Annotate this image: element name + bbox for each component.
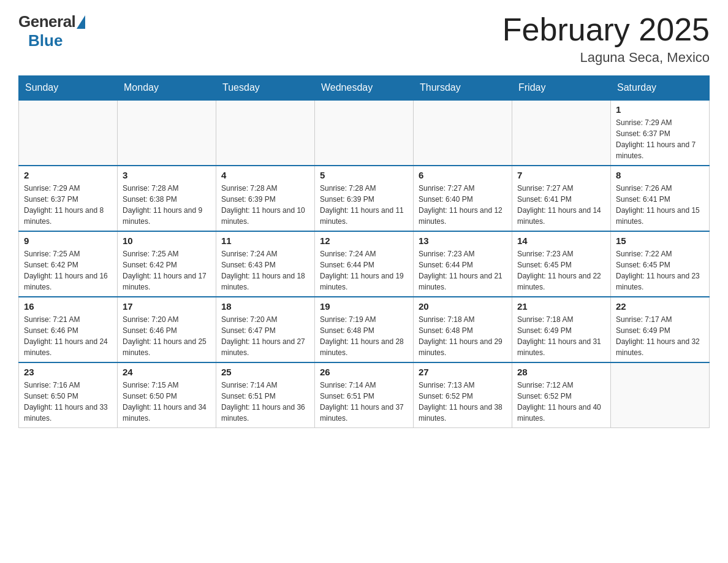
day-number: 26 — [320, 367, 408, 377]
day-number: 22 — [616, 301, 704, 312]
calendar-cell: 23Sunrise: 7:16 AMSunset: 6:50 PMDayligh… — [19, 362, 118, 428]
day-info: Sunrise: 7:29 AMSunset: 6:37 PMDaylight:… — [616, 117, 704, 161]
day-info: Sunrise: 7:25 AMSunset: 6:42 PMDaylight:… — [24, 248, 112, 293]
day-number: 2 — [24, 170, 112, 180]
day-number: 9 — [24, 236, 112, 246]
day-info: Sunrise: 7:17 AMSunset: 6:49 PMDaylight:… — [616, 314, 704, 358]
day-number: 17 — [123, 301, 211, 312]
calendar-cell: 8Sunrise: 7:26 AMSunset: 6:41 PMDaylight… — [611, 166, 710, 231]
day-number: 18 — [221, 301, 309, 312]
page-header: General Blue February 2025 Laguna Seca, … — [18, 12, 710, 66]
logo-general-text: General — [18, 12, 75, 31]
day-info: Sunrise: 7:22 AMSunset: 6:45 PMDaylight:… — [616, 248, 704, 293]
calendar-title: February 2025 — [502, 12, 710, 47]
day-info: Sunrise: 7:23 AMSunset: 6:45 PMDaylight:… — [517, 248, 605, 293]
calendar-week-row: 1Sunrise: 7:29 AMSunset: 6:37 PMDaylight… — [19, 100, 710, 166]
calendar-week-row: 2Sunrise: 7:29 AMSunset: 6:37 PMDaylight… — [19, 166, 710, 231]
calendar-cell — [118, 100, 216, 166]
calendar-cell: 22Sunrise: 7:17 AMSunset: 6:49 PMDayligh… — [611, 297, 710, 362]
calendar-header-thursday: Thursday — [414, 76, 512, 101]
calendar-table: SundayMondayTuesdayWednesdayThursdayFrid… — [18, 75, 710, 428]
calendar-week-row: 16Sunrise: 7:21 AMSunset: 6:46 PMDayligh… — [19, 297, 710, 362]
day-number: 19 — [320, 301, 408, 312]
day-info: Sunrise: 7:25 AMSunset: 6:42 PMDaylight:… — [123, 248, 211, 293]
calendar-cell: 20Sunrise: 7:18 AMSunset: 6:48 PMDayligh… — [414, 297, 512, 362]
calendar-cell: 6Sunrise: 7:27 AMSunset: 6:40 PMDaylight… — [414, 166, 512, 231]
calendar-cell: 2Sunrise: 7:29 AMSunset: 6:37 PMDaylight… — [19, 166, 118, 231]
calendar-week-row: 23Sunrise: 7:16 AMSunset: 6:50 PMDayligh… — [19, 362, 710, 428]
calendar-cell: 27Sunrise: 7:13 AMSunset: 6:52 PMDayligh… — [414, 362, 512, 428]
day-info: Sunrise: 7:24 AMSunset: 6:44 PMDaylight:… — [320, 248, 408, 293]
day-number: 6 — [419, 170, 507, 180]
day-number: 13 — [419, 236, 507, 246]
logo-triangle-icon — [77, 15, 85, 29]
calendar-cell: 7Sunrise: 7:27 AMSunset: 6:41 PMDaylight… — [512, 166, 611, 231]
day-info: Sunrise: 7:18 AMSunset: 6:48 PMDaylight:… — [419, 314, 507, 358]
calendar-cell — [315, 100, 414, 166]
calendar-cell: 25Sunrise: 7:14 AMSunset: 6:51 PMDayligh… — [216, 362, 315, 428]
calendar-cell: 16Sunrise: 7:21 AMSunset: 6:46 PMDayligh… — [19, 297, 118, 362]
calendar-cell: 21Sunrise: 7:18 AMSunset: 6:49 PMDayligh… — [512, 297, 611, 362]
day-info: Sunrise: 7:18 AMSunset: 6:49 PMDaylight:… — [517, 314, 605, 358]
day-number: 23 — [24, 367, 112, 377]
calendar-subtitle: Laguna Seca, Mexico — [502, 50, 710, 66]
calendar-header-saturday: Saturday — [611, 76, 710, 101]
day-info: Sunrise: 7:28 AMSunset: 6:38 PMDaylight:… — [123, 183, 211, 227]
calendar-cell: 18Sunrise: 7:20 AMSunset: 6:47 PMDayligh… — [216, 297, 315, 362]
calendar-cell — [414, 100, 512, 166]
day-info: Sunrise: 7:12 AMSunset: 6:52 PMDaylight:… — [517, 380, 605, 424]
calendar-cell: 24Sunrise: 7:15 AMSunset: 6:50 PMDayligh… — [118, 362, 216, 428]
calendar-cell: 14Sunrise: 7:23 AMSunset: 6:45 PMDayligh… — [512, 231, 611, 297]
day-info: Sunrise: 7:15 AMSunset: 6:50 PMDaylight:… — [123, 380, 211, 424]
title-block: February 2025 Laguna Seca, Mexico — [502, 12, 710, 66]
calendar-header-friday: Friday — [512, 76, 611, 101]
day-info: Sunrise: 7:27 AMSunset: 6:40 PMDaylight:… — [419, 183, 507, 227]
day-number: 25 — [221, 367, 309, 377]
calendar-cell: 1Sunrise: 7:29 AMSunset: 6:37 PMDaylight… — [611, 100, 710, 166]
calendar-cell: 10Sunrise: 7:25 AMSunset: 6:42 PMDayligh… — [118, 231, 216, 297]
day-number: 4 — [221, 170, 309, 180]
day-info: Sunrise: 7:29 AMSunset: 6:37 PMDaylight:… — [24, 183, 112, 227]
day-info: Sunrise: 7:19 AMSunset: 6:48 PMDaylight:… — [320, 314, 408, 358]
day-info: Sunrise: 7:28 AMSunset: 6:39 PMDaylight:… — [320, 183, 408, 227]
calendar-cell: 9Sunrise: 7:25 AMSunset: 6:42 PMDaylight… — [19, 231, 118, 297]
calendar-header-sunday: Sunday — [19, 76, 118, 101]
day-number: 7 — [517, 170, 605, 180]
calendar-cell — [216, 100, 315, 166]
day-number: 28 — [517, 367, 605, 377]
day-info: Sunrise: 7:27 AMSunset: 6:41 PMDaylight:… — [517, 183, 605, 227]
calendar-header-wednesday: Wednesday — [315, 76, 414, 101]
day-info: Sunrise: 7:13 AMSunset: 6:52 PMDaylight:… — [419, 380, 507, 424]
day-info: Sunrise: 7:20 AMSunset: 6:46 PMDaylight:… — [123, 314, 211, 358]
day-number: 21 — [517, 301, 605, 312]
calendar-header-tuesday: Tuesday — [216, 76, 315, 101]
calendar-cell: 19Sunrise: 7:19 AMSunset: 6:48 PMDayligh… — [315, 297, 414, 362]
calendar-cell: 12Sunrise: 7:24 AMSunset: 6:44 PMDayligh… — [315, 231, 414, 297]
calendar-cell: 26Sunrise: 7:14 AMSunset: 6:51 PMDayligh… — [315, 362, 414, 428]
day-info: Sunrise: 7:14 AMSunset: 6:51 PMDaylight:… — [221, 380, 309, 424]
day-info: Sunrise: 7:23 AMSunset: 6:44 PMDaylight:… — [419, 248, 507, 293]
day-info: Sunrise: 7:16 AMSunset: 6:50 PMDaylight:… — [24, 380, 112, 424]
day-number: 15 — [616, 236, 704, 246]
day-number: 16 — [24, 301, 112, 312]
calendar-cell — [19, 100, 118, 166]
calendar-header-monday: Monday — [118, 76, 216, 101]
day-info: Sunrise: 7:28 AMSunset: 6:39 PMDaylight:… — [221, 183, 309, 227]
calendar-cell: 17Sunrise: 7:20 AMSunset: 6:46 PMDayligh… — [118, 297, 216, 362]
day-number: 11 — [221, 236, 309, 246]
day-number: 1 — [616, 104, 704, 115]
day-info: Sunrise: 7:21 AMSunset: 6:46 PMDaylight:… — [24, 314, 112, 358]
calendar-cell: 3Sunrise: 7:28 AMSunset: 6:38 PMDaylight… — [118, 166, 216, 231]
day-number: 3 — [123, 170, 211, 180]
calendar-cell: 4Sunrise: 7:28 AMSunset: 6:39 PMDaylight… — [216, 166, 315, 231]
calendar-cell — [512, 100, 611, 166]
day-number: 8 — [616, 170, 704, 180]
calendar-cell: 13Sunrise: 7:23 AMSunset: 6:44 PMDayligh… — [414, 231, 512, 297]
calendar-cell — [611, 362, 710, 428]
day-number: 5 — [320, 170, 408, 180]
day-number: 27 — [419, 367, 507, 377]
day-info: Sunrise: 7:24 AMSunset: 6:43 PMDaylight:… — [221, 248, 309, 293]
calendar-week-row: 9Sunrise: 7:25 AMSunset: 6:42 PMDaylight… — [19, 231, 710, 297]
day-number: 14 — [517, 236, 605, 246]
day-info: Sunrise: 7:26 AMSunset: 6:41 PMDaylight:… — [616, 183, 704, 227]
